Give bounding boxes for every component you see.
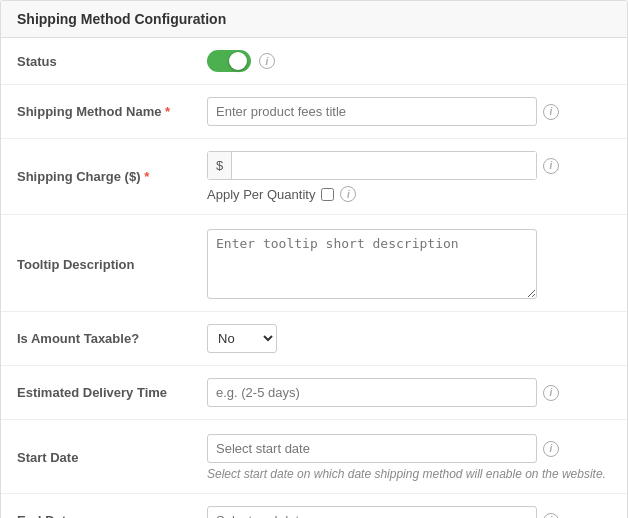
charge-input-prefix-wrapper: $ bbox=[207, 151, 537, 180]
apply-per-quantity-row: Apply Per Quantity i bbox=[207, 186, 611, 202]
apply-qty-info-icon[interactable]: i bbox=[340, 186, 356, 202]
shipping-method-name-label: Shipping Method Name * bbox=[1, 85, 191, 139]
status-row: Status i bbox=[1, 38, 627, 85]
start-date-cell: i Select start date on which date shippi… bbox=[191, 420, 627, 494]
shipping-charge-label: Shipping Charge ($) * bbox=[1, 139, 191, 215]
status-toggle[interactable] bbox=[207, 50, 251, 72]
tooltip-description-row: Tooltip Description bbox=[1, 215, 627, 312]
shipping-charge-row: Shipping Charge ($) * $ i Apply Per Quan… bbox=[1, 139, 627, 215]
tooltip-description-label: Tooltip Description bbox=[1, 215, 191, 312]
charge-required-asterisk: * bbox=[144, 169, 149, 184]
estimated-delivery-time-cell: i bbox=[191, 366, 627, 420]
status-info-icon[interactable]: i bbox=[259, 53, 275, 69]
end-date-input-group: i bbox=[207, 506, 611, 518]
shipping-method-name-cell: i bbox=[191, 85, 627, 139]
is-amount-taxable-row: Is Amount Taxable? No Yes bbox=[1, 312, 627, 366]
estimated-delivery-time-row: Estimated Delivery Time i bbox=[1, 366, 627, 420]
shipping-charge-cell: $ i Apply Per Quantity i bbox=[191, 139, 627, 215]
shipping-method-name-info-icon[interactable]: i bbox=[543, 104, 559, 120]
apply-per-quantity-label: Apply Per Quantity bbox=[207, 187, 315, 202]
charge-input-group: $ i bbox=[207, 151, 611, 180]
status-field-cell: i bbox=[191, 38, 627, 85]
is-amount-taxable-label: Is Amount Taxable? bbox=[1, 312, 191, 366]
end-date-label: End Date bbox=[1, 494, 191, 519]
shipping-charge-info-icon[interactable]: i bbox=[543, 158, 559, 174]
apply-per-quantity-checkbox[interactable] bbox=[321, 188, 334, 201]
end-date-input[interactable] bbox=[207, 506, 537, 518]
end-date-info-icon[interactable]: i bbox=[543, 513, 559, 519]
end-date-row: End Date i bbox=[1, 494, 627, 519]
is-amount-taxable-select[interactable]: No Yes bbox=[207, 324, 277, 353]
estimated-delivery-time-label: Estimated Delivery Time bbox=[1, 366, 191, 420]
shipping-method-config-panel: Shipping Method Configuration Status i S… bbox=[0, 0, 628, 518]
estimated-delivery-time-input[interactable] bbox=[207, 378, 537, 407]
start-date-label: Start Date bbox=[1, 420, 191, 494]
start-date-input[interactable] bbox=[207, 434, 537, 463]
estimated-delivery-info-icon[interactable]: i bbox=[543, 385, 559, 401]
tooltip-description-cell bbox=[191, 215, 627, 312]
shipping-charge-input[interactable] bbox=[232, 152, 536, 179]
tooltip-description-textarea[interactable] bbox=[207, 229, 537, 299]
dollar-prefix: $ bbox=[208, 152, 232, 179]
start-date-input-group: i bbox=[207, 434, 611, 463]
panel-title: Shipping Method Configuration bbox=[1, 1, 627, 38]
name-input-group: i bbox=[207, 97, 611, 126]
is-amount-taxable-cell: No Yes bbox=[191, 312, 627, 366]
start-date-hint: Select start date on which date shipping… bbox=[207, 467, 611, 481]
toggle-slider bbox=[207, 50, 251, 72]
config-form: Status i Shipping Method Name * bbox=[1, 38, 627, 518]
end-date-cell: i bbox=[191, 494, 627, 519]
shipping-method-name-row: Shipping Method Name * i bbox=[1, 85, 627, 139]
status-label: Status bbox=[1, 38, 191, 85]
required-asterisk: * bbox=[165, 104, 170, 119]
start-date-row: Start Date i Select start date on which … bbox=[1, 420, 627, 494]
status-control-group: i bbox=[207, 50, 611, 72]
shipping-method-name-input[interactable] bbox=[207, 97, 537, 126]
delivery-time-input-group: i bbox=[207, 378, 611, 407]
start-date-info-icon[interactable]: i bbox=[543, 441, 559, 457]
